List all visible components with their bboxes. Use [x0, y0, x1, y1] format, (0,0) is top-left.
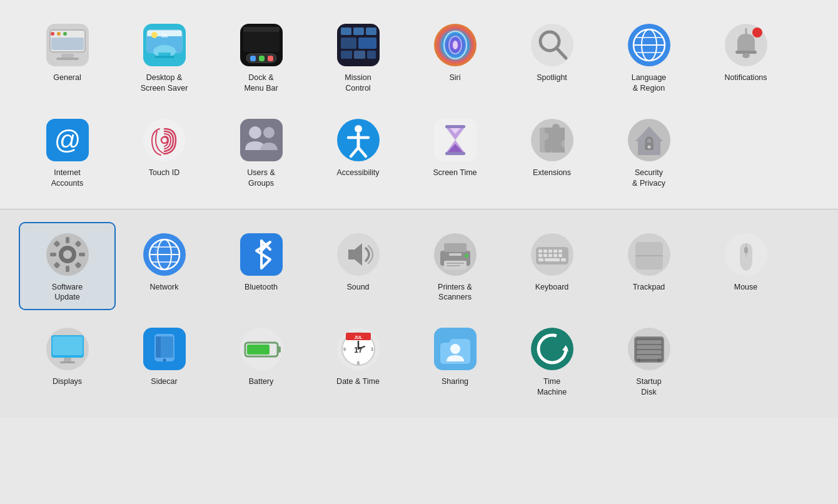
svg-point-4 [63, 32, 67, 36]
battery-icon [239, 326, 284, 371]
item-touch-id[interactable]: Touch ID [116, 108, 213, 196]
item-general[interactable]: General [19, 13, 116, 101]
sound-icon [336, 232, 381, 277]
language-region-icon [627, 23, 672, 68]
security-privacy-label: Security& Privacy [632, 168, 665, 189]
svg-rect-123 [156, 336, 161, 358]
svg-text:9: 9 [343, 347, 346, 351]
item-security-privacy[interactable]: Security& Privacy [600, 108, 697, 196]
item-sharing[interactable]: Sharing [406, 316, 503, 405]
displays-label: Displays [53, 376, 82, 387]
item-spotlight[interactable]: Spotlight [503, 13, 600, 101]
item-siri[interactable]: Siri [406, 13, 503, 101]
mission-control-icon [336, 23, 381, 68]
software-update-label: SoftwareUpdate [52, 282, 83, 303]
item-bluetooth[interactable]: Bluetooth [213, 222, 310, 311]
svg-point-151 [657, 359, 660, 362]
item-keyboard[interactable]: Keyboard [503, 222, 600, 311]
siri-label: Siri [449, 73, 460, 83]
svg-rect-105 [538, 258, 543, 261]
svg-rect-13 [154, 56, 174, 58]
svg-rect-148 [637, 350, 662, 354]
item-battery[interactable]: Battery [213, 316, 310, 405]
item-trackpad[interactable]: Trackpad [600, 222, 697, 311]
svg-rect-17 [243, 27, 280, 32]
item-accessibility[interactable]: Accessibility [310, 108, 406, 196]
item-printers-scanners[interactable]: Printers &Scanners [406, 222, 503, 311]
item-sound[interactable]: Sound [310, 222, 406, 311]
item-date-time[interactable]: 12 3 6 9 JUL 17 Date & Time [310, 316, 406, 405]
item-sidecar[interactable]: Sidecar [116, 316, 213, 405]
general-icon [45, 23, 90, 68]
svg-point-57 [355, 125, 362, 133]
screen-time-icon [433, 118, 478, 163]
svg-rect-97 [548, 249, 552, 253]
internet-accounts-label: InternetAccounts [51, 168, 83, 189]
svg-rect-23 [341, 28, 351, 35]
time-machine-label: TimeMachine [537, 376, 567, 398]
mouse-icon [724, 232, 769, 277]
svg-point-48 [752, 28, 762, 38]
svg-rect-147 [637, 345, 662, 349]
touch-id-label: Touch ID [149, 168, 179, 178]
svg-rect-116 [53, 336, 83, 355]
item-internet-accounts[interactable]: @ InternetAccounts [19, 108, 116, 196]
svg-rect-106 [545, 258, 560, 261]
item-network[interactable]: Network [116, 222, 213, 311]
sharing-label: Sharing [442, 376, 468, 387]
hardware-section: SoftwareUpdate Network [0, 209, 838, 418]
svg-rect-146 [637, 340, 662, 344]
extensions-label: Extensions [533, 168, 571, 178]
item-displays[interactable]: Displays [19, 316, 116, 405]
item-extensions[interactable]: Extensions [503, 108, 600, 196]
trackpad-label: Trackpad [633, 282, 665, 293]
internet-accounts-icon: @ [45, 118, 90, 163]
item-users-groups[interactable]: Users &Groups [213, 108, 310, 196]
item-mission-control[interactable]: MissionControl [310, 13, 406, 101]
item-time-machine[interactable]: TimeMachine [503, 316, 600, 405]
startup-disk-icon [627, 326, 672, 371]
sharing-icon [433, 326, 478, 371]
svg-rect-98 [553, 249, 557, 253]
item-mouse[interactable]: Mouse [697, 222, 794, 311]
svg-rect-7 [56, 58, 79, 60]
keyboard-label: Keyboard [535, 282, 569, 293]
item-desktop-screensaver[interactable]: Desktop &Screen Saver [116, 13, 213, 101]
svg-point-14 [151, 32, 158, 38]
svg-point-91 [465, 254, 468, 258]
sidecar-label: Sidecar [151, 376, 177, 387]
item-screen-time[interactable]: Screen Time [406, 108, 503, 196]
svg-rect-102 [548, 254, 552, 257]
svg-rect-90 [447, 265, 460, 266]
svg-rect-101 [543, 254, 547, 257]
svg-rect-103 [553, 254, 557, 257]
svg-rect-87 [444, 243, 467, 252]
extensions-icon [530, 118, 575, 163]
siri-icon [433, 23, 478, 68]
hardware-grid: SoftwareUpdate Network [19, 222, 819, 406]
svg-text:6: 6 [357, 361, 360, 365]
svg-rect-6 [61, 54, 74, 58]
svg-point-3 [57, 32, 61, 36]
date-time-icon: 12 3 6 9 JUL 17 [336, 326, 381, 371]
desktop-screensaver-label: Desktop &Screen Saver [141, 73, 188, 94]
svg-text:JUL: JUL [354, 335, 363, 340]
users-groups-icon [239, 118, 284, 163]
network-icon [142, 232, 187, 277]
item-notifications[interactable]: Notifications [697, 13, 794, 101]
svg-rect-89 [447, 263, 464, 264]
item-software-update[interactable]: SoftwareUpdate [19, 222, 116, 311]
item-startup-disk[interactable]: StartupDisk [600, 316, 697, 405]
svg-point-122 [163, 359, 166, 362]
sound-label: Sound [346, 282, 369, 293]
svg-rect-26 [341, 38, 356, 49]
svg-text:@: @ [54, 125, 81, 154]
item-dock-menu-bar[interactable]: Dock &Menu Bar [213, 13, 310, 101]
svg-rect-118 [60, 361, 75, 363]
svg-rect-28 [341, 51, 352, 59]
personal-grid: General Desktop &Screen Saver [19, 13, 819, 196]
svg-point-68 [63, 250, 72, 259]
svg-point-65 [647, 145, 650, 148]
svg-rect-60 [445, 152, 465, 155]
item-language-region[interactable]: Language& Region [600, 13, 697, 101]
